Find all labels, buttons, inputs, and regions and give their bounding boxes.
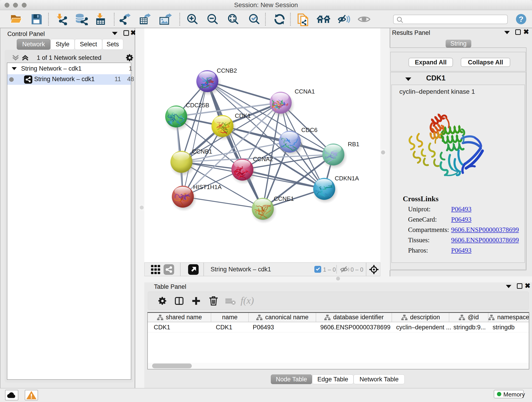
svg-text:CCNA1: CCNA1: [295, 88, 315, 95]
svg-text:CCNA2: CCNA2: [253, 156, 273, 162]
svg-text:CCNB2: CCNB2: [217, 67, 237, 74]
svg-text:CDC6: CDC6: [301, 127, 317, 133]
svg-text:RB1: RB1: [348, 141, 360, 148]
svg-text:CCNE1: CCNE1: [274, 195, 294, 202]
svg-text:CDK1: CDK1: [235, 112, 251, 119]
svg-text:HIST1H1A: HIST1H1A: [193, 184, 222, 191]
svg-text:CDC25B: CDC25B: [186, 102, 209, 109]
svg-text:CDKN1A: CDKN1A: [335, 175, 359, 182]
svg-text:CCNB1: CCNB1: [192, 148, 212, 155]
